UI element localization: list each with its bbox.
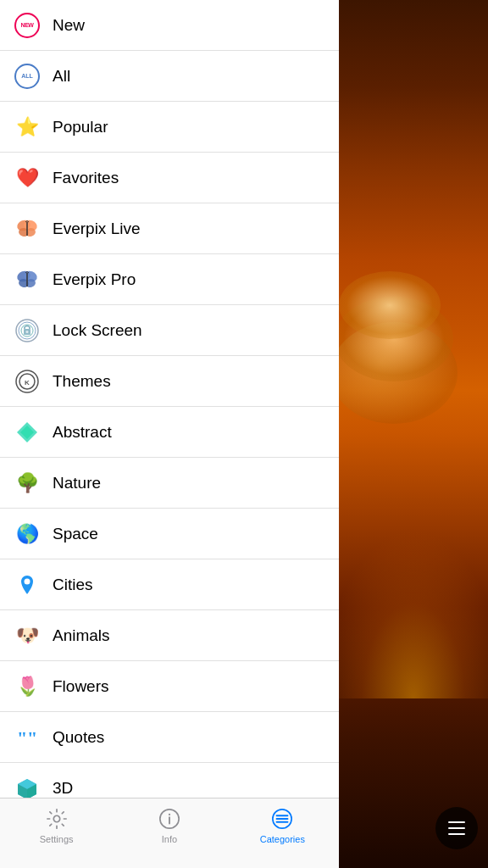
menu-label-new: New — [53, 16, 85, 35]
settings-icon — [45, 807, 69, 831]
all-icon: ALL — [14, 63, 41, 90]
menu-label-space: Space — [53, 525, 98, 543]
menu-item-3d[interactable]: 3D — [0, 763, 339, 798]
menu-item-nature[interactable]: 🌳 Nature — [0, 458, 339, 509]
butterfly-orange-icon — [14, 215, 41, 242]
categories-icon — [270, 807, 294, 831]
menu-list: NEW New ALL All ⭐ Popular ❤️ Favorites — [0, 0, 339, 798]
all-badge-icon: ALL — [14, 64, 40, 89]
float-menu-button[interactable] — [435, 807, 478, 849]
new-badge-icon: NEW — [14, 13, 40, 38]
float-line-1 — [448, 821, 465, 823]
svg-point-14 — [26, 331, 29, 333]
float-lines — [448, 821, 465, 835]
svg-point-27 — [53, 815, 59, 821]
star-icon: ⭐ — [14, 114, 41, 141]
menu-label-nature: Nature — [53, 474, 101, 492]
menu-item-favorites[interactable]: ❤️ Favorites — [0, 153, 339, 203]
quotes-icon: " " — [14, 724, 41, 751]
menu-item-abstract[interactable]: Abstract — [0, 407, 339, 458]
cube-icon — [14, 775, 41, 798]
menu-label-all: All — [53, 67, 70, 86]
menu-item-everpix-live[interactable]: Everpix Live — [0, 203, 339, 254]
heart-icon: ❤️ — [14, 164, 41, 192]
menu-item-space[interactable]: 🌎 Space — [0, 509, 339, 559]
info-icon — [158, 807, 181, 831]
menu-label-animals: Animals — [53, 626, 110, 645]
menu-label-themes: Themes — [53, 372, 111, 391]
cloud-2 — [339, 271, 441, 339]
tab-info[interactable]: Info — [113, 805, 225, 844]
horizon-glow — [339, 529, 488, 698]
menu-item-everpix-pro[interactable]: Everpix Pro — [0, 254, 339, 305]
tulip-icon: 🌷 — [14, 673, 41, 700]
menu-label-3d: 3D — [53, 779, 73, 798]
new-icon: NEW — [14, 12, 41, 39]
menu-item-popular[interactable]: ⭐ Popular — [0, 102, 339, 153]
dog-icon: 🐶 — [14, 622, 41, 649]
tab-settings-label: Settings — [40, 834, 74, 844]
right-panel — [339, 0, 488, 868]
menu-label-everpix-live: Everpix Live — [53, 220, 141, 238]
menu-label-popular: Popular — [53, 118, 108, 136]
svg-text:": " — [17, 727, 27, 748]
tab-categories-label: Categories — [260, 834, 305, 844]
menu-item-new[interactable]: NEW New — [0, 0, 339, 51]
menu-item-quotes[interactable]: " " Quotes — [0, 712, 339, 763]
tab-bar: Settings Info Categories — [0, 798, 339, 868]
svg-text:": " — [27, 727, 37, 748]
menu-item-animals[interactable]: 🐶 Animals — [0, 610, 339, 661]
menu-item-lock-screen[interactable]: Lock Screen — [0, 305, 339, 356]
menu-label-favorites: Favorites — [53, 169, 119, 187]
tab-categories[interactable]: Categories — [226, 805, 339, 844]
menu-item-all[interactable]: ALL All — [0, 51, 339, 102]
tree-icon: 🌳 — [14, 470, 41, 497]
lock-screen-icon — [14, 317, 41, 344]
menu-label-everpix-pro: Everpix Pro — [53, 270, 136, 289]
menu-label-quotes: Quotes — [53, 728, 104, 747]
diamond-icon — [14, 419, 41, 446]
svg-point-20 — [25, 578, 30, 584]
left-panel: NEW New ALL All ⭐ Popular ❤️ Favorites — [0, 0, 339, 868]
menu-label-lock-screen: Lock Screen — [53, 321, 142, 340]
globe-icon: 🌎 — [14, 520, 41, 548]
pin-icon — [14, 571, 41, 598]
svg-point-29 — [169, 814, 170, 815]
float-line-2 — [448, 827, 465, 829]
menu-label-abstract: Abstract — [53, 423, 112, 442]
butterfly-blue-icon — [14, 266, 41, 293]
svg-text:K: K — [25, 379, 30, 387]
menu-item-flowers[interactable]: 🌷 Flowers — [0, 661, 339, 712]
menu-item-themes[interactable]: K Themes — [0, 356, 339, 407]
tab-info-label: Info — [162, 834, 177, 844]
float-line-3 — [448, 833, 465, 835]
menu-label-flowers: Flowers — [53, 677, 109, 696]
tab-settings[interactable]: Settings — [0, 805, 113, 844]
menu-item-cities[interactable]: Cities — [0, 559, 339, 610]
menu-label-cities: Cities — [53, 576, 93, 594]
themes-icon: K — [14, 368, 41, 395]
